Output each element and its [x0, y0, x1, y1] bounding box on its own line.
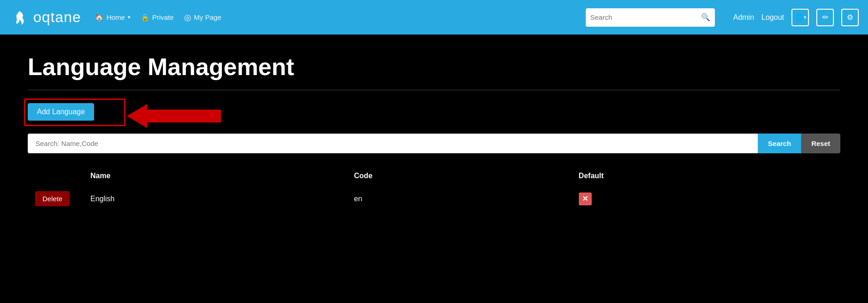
gear-icon: ⚙	[847, 13, 853, 22]
add-language-row: Add Language	[28, 103, 840, 121]
brand-logo-icon	[9, 7, 30, 28]
language-table: Name Code Default Delete English en ✕	[28, 167, 840, 213]
search-bar-button[interactable]: Search	[758, 134, 801, 153]
navbar: oqtane 🏠 Home ▾ 🔒 Private ◎ My Page 🔍 Ad…	[0, 0, 868, 35]
add-language-button[interactable]: Add Language	[28, 103, 94, 121]
row-code-cell: en	[347, 185, 571, 213]
search-bar-row: Search Reset	[28, 134, 840, 153]
col-header-default: Default	[571, 167, 840, 185]
brand-name: oqtane	[33, 9, 81, 26]
admin-link[interactable]: Admin	[733, 13, 754, 22]
divider	[28, 90, 840, 90]
nav-links: 🏠 Home ▾ 🔒 Private ◎ My Page	[95, 12, 572, 23]
search-name-code-input[interactable]	[28, 134, 758, 153]
navbar-search-input[interactable]	[590, 13, 701, 21]
nav-mypage-label: My Page	[194, 13, 221, 21]
reset-bar-button[interactable]: Reset	[801, 134, 840, 153]
delete-button[interactable]: Delete	[35, 191, 70, 206]
mypage-icon: ◎	[184, 12, 191, 23]
brand-link[interactable]: oqtane	[9, 7, 81, 28]
arrow-body	[127, 104, 221, 128]
nav-private-link[interactable]: 🔒 Private	[141, 13, 174, 22]
main-content: Language Management Add Language Search …	[0, 35, 868, 303]
default-check-icon: ✕	[579, 192, 592, 205]
home-chevron-icon: ▾	[128, 14, 131, 20]
pencil-button[interactable]: ✏	[816, 9, 834, 26]
navbar-search: 🔍	[586, 8, 715, 27]
home-icon: 🏠	[95, 13, 104, 22]
arrow-head	[127, 104, 147, 128]
table-row: Delete English en ✕	[28, 185, 840, 213]
lock-icon: 🔒	[141, 13, 149, 22]
col-header-code: Code	[347, 167, 571, 185]
nav-mypage-link[interactable]: ◎ My Page	[184, 12, 221, 23]
arrow-shaft	[147, 110, 221, 122]
logout-link[interactable]: Logout	[761, 13, 784, 22]
navbar-search-icon[interactable]: 🔍	[701, 13, 710, 22]
nav-home-link[interactable]: 🏠 Home ▾	[95, 13, 131, 22]
navbar-actions: Admin Logout 🌐 ▾ ✏ ⚙	[733, 9, 859, 26]
arrow-annotation	[127, 104, 221, 128]
page-title: Language Management	[28, 53, 840, 81]
row-name-cell: English	[83, 185, 347, 213]
row-action-cell: Delete	[28, 185, 83, 213]
gear-button[interactable]: ⚙	[841, 9, 859, 26]
col-header-action	[28, 167, 83, 185]
pencil-icon: ✏	[822, 13, 828, 22]
nav-private-label: Private	[152, 13, 174, 21]
table-header: Name Code Default	[28, 167, 840, 185]
table-body: Delete English en ✕	[28, 185, 840, 213]
globe-chevron-icon: ▾	[804, 15, 806, 20]
globe-button[interactable]: 🌐 ▾	[791, 9, 809, 26]
globe-icon: 🌐	[795, 13, 804, 22]
nav-home-label: Home	[107, 13, 125, 21]
col-header-name: Name	[83, 167, 347, 185]
row-default-cell: ✕	[571, 185, 840, 213]
